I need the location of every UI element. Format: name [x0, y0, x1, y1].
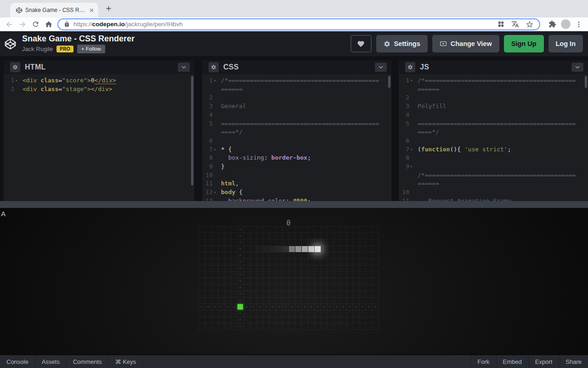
log-in-button[interactable]: Log In: [548, 35, 583, 52]
code-line: 3General: [202, 102, 391, 111]
code-line: 1▾<div class="score">0</div>: [4, 76, 194, 85]
code-line: 8: [399, 154, 588, 162]
code-line-content: [218, 171, 381, 180]
back-icon[interactable]: [5, 20, 13, 29]
footer-item-comments[interactable]: Comments: [67, 355, 109, 368]
code-token: (){: [450, 146, 464, 153]
js-code-editor[interactable]: 1▾/*====================================…: [399, 74, 588, 201]
gutter-cell: 2: [202, 93, 218, 102]
code-line: 13 background-color: #000;: [202, 197, 391, 201]
editor-header-css: CSS: [202, 60, 391, 74]
line-number: 4: [406, 111, 409, 120]
extensions-puzzle-icon[interactable]: [548, 20, 556, 28]
fold-arrow-icon[interactable]: ▾: [213, 145, 218, 154]
browser-tab[interactable]: Snake Game - CSS Renderer: [10, 3, 98, 17]
gear-icon: [407, 64, 413, 70]
guide-dash: [310, 306, 312, 307]
editor-settings-button-css[interactable]: [209, 62, 219, 72]
love-button[interactable]: [351, 35, 372, 52]
snake-segment: [283, 246, 288, 252]
bookmark-star-icon[interactable]: [526, 20, 534, 29]
media-grid-icon[interactable]: [497, 20, 505, 28]
code-line-content: [414, 188, 577, 197]
footer-item-console[interactable]: Console: [0, 355, 35, 368]
code-line-content: General: [218, 102, 381, 111]
editor-collapse-button-html[interactable]: [178, 63, 190, 72]
editor-collapse-button-css[interactable]: [375, 63, 387, 72]
snake-segment: [244, 246, 250, 252]
tab-close-icon[interactable]: [89, 7, 95, 13]
footer-item-embed[interactable]: Embed: [496, 355, 528, 368]
follow-button[interactable]: + Follow: [77, 45, 105, 53]
editor-collapse-button-js[interactable]: [571, 63, 583, 72]
editor-preview-divider[interactable]: [0, 201, 588, 208]
chevron-down-icon: [378, 64, 384, 70]
code-token: "stage": [62, 86, 87, 92]
fold-arrow-icon[interactable]: ▾: [213, 188, 218, 197]
code-line-content: ========================================…: [218, 120, 381, 137]
lock-icon[interactable]: [64, 21, 70, 27]
line-number: 13: [205, 197, 213, 201]
gutter-cell: 9▾: [399, 162, 414, 188]
editor-scrollbar-html[interactable]: [191, 76, 193, 185]
css-code-editor[interactable]: 1▾/*====================================…: [202, 74, 391, 201]
codepen-favicon: [16, 7, 23, 14]
food-cell: [237, 304, 243, 310]
code-token: /*======================================…: [221, 77, 379, 92]
editor-label-js: JS: [420, 63, 429, 71]
home-icon[interactable]: [45, 20, 53, 29]
settings-button[interactable]: Settings: [376, 35, 428, 52]
url-bar[interactable]: https://codepen.io/jackrugile/pen/IHbvh: [57, 18, 540, 30]
fold-arrow-icon[interactable]: ▾: [409, 145, 414, 154]
editor-header-html: HTML: [4, 60, 194, 74]
guide-dash: [207, 306, 209, 307]
editor-settings-button-js[interactable]: [405, 62, 415, 72]
guide-dash: [271, 306, 273, 307]
code-line: 10: [399, 188, 588, 197]
fold-arrow-icon[interactable]: ▾: [409, 162, 414, 188]
footer-item--keys[interactable]: ⌘ Keys: [109, 355, 143, 368]
change-view-button[interactable]: Change View: [432, 35, 499, 52]
footer-spacer: [143, 355, 470, 368]
sign-up-button[interactable]: Sign Up: [504, 35, 544, 52]
gutter-cell: 10: [202, 171, 218, 180]
settings-label: Settings: [394, 40, 420, 47]
fold-arrow-icon[interactable]: ▾: [409, 76, 414, 93]
gutter-cell: 3: [202, 102, 218, 111]
new-tab-icon[interactable]: [105, 5, 113, 12]
editor-label-css: CSS: [223, 63, 239, 71]
reload-icon[interactable]: [32, 20, 40, 28]
editor-scrollbar-js[interactable]: [585, 76, 587, 88]
snake-segment: [257, 246, 263, 252]
gear-icon: [384, 40, 390, 47]
code-token: ></div>: [87, 86, 113, 92]
fold-arrow-icon[interactable]: ▾: [213, 76, 218, 93]
footer-item-share[interactable]: Share: [559, 355, 588, 368]
code-token: =: [58, 86, 62, 92]
code-token: ,: [235, 180, 239, 187]
footer-item-export[interactable]: Export: [528, 355, 559, 368]
guide-dash: [239, 287, 241, 288]
footer-item-fork[interactable]: Fork: [471, 355, 496, 368]
chevron-down-icon: [181, 64, 187, 70]
browser-tab-strip: Snake Game - CSS Renderer: [0, 0, 588, 17]
fold-spacer: [409, 197, 414, 201]
editor-label-html: HTML: [25, 63, 46, 71]
editor-settings-button-html[interactable]: [10, 62, 20, 72]
browser-menu-icon[interactable]: [575, 21, 582, 28]
profile-avatar[interactable]: [561, 19, 571, 29]
translate-icon[interactable]: [511, 20, 519, 28]
fold-arrow-icon[interactable]: ▾: [14, 76, 19, 85]
codepen-logo-icon[interactable]: [4, 38, 17, 50]
pen-author[interactable]: Jack Rugile: [22, 46, 53, 52]
fold-spacer: [213, 162, 218, 171]
snake-segment: [302, 246, 308, 252]
html-code-editor[interactable]: 1▾<div class="score">0</div>2<div class=…: [4, 74, 194, 201]
snake-segment: [295, 246, 301, 252]
editor-scrollbar-css[interactable]: [388, 76, 390, 88]
code-line-content: <div class="score">0</div>: [19, 76, 182, 85]
editors: HTML1▾<div class="score">0</div>2<div cl…: [0, 56, 588, 201]
footer-item-assets[interactable]: Assets: [35, 355, 67, 368]
gutter-cell: 11: [399, 197, 414, 201]
forward-icon[interactable]: [18, 20, 27, 29]
